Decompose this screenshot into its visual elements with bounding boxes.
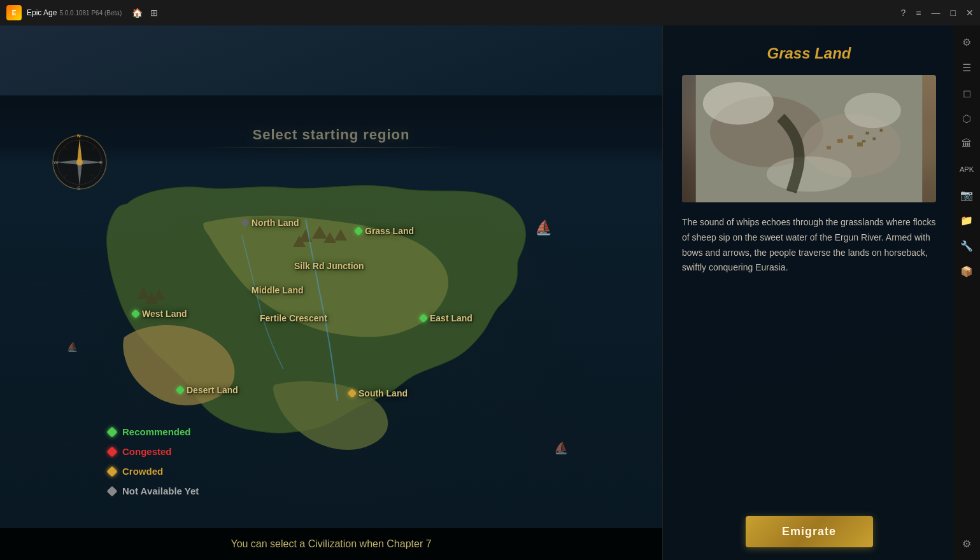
svg-rect-38: [848, 135, 853, 139]
legend-crowded-dot: [107, 466, 118, 477]
svg-text:⛵: ⛵: [67, 342, 78, 353]
legend-congested-label: Congested: [122, 446, 172, 457]
svg-point-34: [703, 82, 774, 125]
sidebar-icon-package[interactable]: 📦: [955, 260, 978, 283]
svg-rect-42: [873, 137, 876, 140]
bottom-message: You can select a Civilization when Chapt…: [0, 528, 662, 560]
svg-text:S: S: [77, 185, 80, 191]
region-desert-land[interactable]: Desert Land: [177, 385, 238, 395]
compass: N S E W: [51, 134, 108, 191]
map-legend: Recommended Congested Crowded Not Availa…: [108, 426, 199, 496]
sidebar-icon-menu[interactable]: ☰: [955, 56, 978, 79]
maximize-button[interactable]: □: [951, 8, 956, 18]
svg-rect-41: [865, 132, 869, 134]
south-land-dot: [348, 389, 357, 398]
sidebar-icon-settings[interactable]: ⚙: [955, 532, 978, 555]
menu-icon[interactable]: ≡: [916, 8, 921, 18]
home-icon[interactable]: 🏠: [132, 8, 143, 18]
region-fertile-crescent[interactable]: Fertile Crescent: [260, 313, 327, 323]
svg-rect-39: [857, 143, 863, 147]
legend-recommended: Recommended: [108, 426, 199, 437]
game-area: Select starting region ~ ~ ~ ~ ~ ~ ~ ~ ~…: [0, 25, 953, 560]
legend-na-label: Not Available Yet: [122, 486, 199, 496]
legend-congested-dot: [107, 446, 118, 457]
region-image: [682, 75, 936, 202]
svg-text:~ ~ ~ ~: ~ ~ ~ ~: [32, 282, 48, 288]
legend-crowded: Crowded: [108, 466, 199, 477]
legend-na-dot: [107, 486, 118, 496]
panel-title: Grass Land: [682, 45, 936, 62]
close-button[interactable]: ✕: [966, 8, 974, 18]
app-logo: E: [6, 5, 22, 20]
right-sidebar: ⚙ ☰ ◻ ⬡ 🏛 APK 📷 📁 🔧 📦 ⚙: [953, 25, 980, 560]
app-version: 5.0.0.1081 P64 (Beta): [59, 10, 122, 17]
legend-not-available: Not Available Yet: [108, 486, 199, 496]
bottom-message-text: You can select a Civilization when Chapt…: [231, 538, 431, 550]
svg-point-35: [844, 93, 901, 129]
region-image-detail: [682, 75, 936, 202]
svg-text:W: W: [53, 160, 59, 165]
legend-congested: Congested: [108, 446, 199, 457]
window-icon[interactable]: ⊞: [150, 8, 158, 18]
sidebar-icon-folder[interactable]: 📁: [955, 209, 978, 232]
svg-text:⛵: ⛵: [535, 219, 553, 236]
svg-text:⛵: ⛵: [554, 441, 569, 455]
region-silk-rd[interactable]: Silk Rd Junction: [294, 261, 364, 271]
window-controls: ? ≡ — □ ✕: [901, 8, 974, 18]
region-grass-land[interactable]: Grass Land: [355, 226, 414, 236]
help-icon[interactable]: ?: [901, 8, 906, 18]
sidebar-icon-gear[interactable]: ⚙: [955, 31, 978, 53]
svg-text:N: N: [77, 134, 81, 139]
svg-text:~ ~ ~ ~: ~ ~ ~ ~: [478, 409, 494, 415]
region-south-land[interactable]: South Land: [349, 388, 408, 398]
desert-land-dot: [176, 386, 185, 395]
north-land-dot: [241, 218, 250, 227]
svg-rect-40: [827, 146, 831, 150]
region-middle-land[interactable]: Middle Land: [252, 285, 304, 295]
minimize-button[interactable]: —: [932, 8, 941, 18]
legend-recommended-dot: [107, 426, 118, 437]
app-name: Epic Age: [27, 8, 57, 17]
sidebar-icon-hex[interactable]: ⬡: [955, 107, 978, 130]
region-north-land[interactable]: North Land: [242, 218, 299, 228]
region-east-land[interactable]: East Land: [420, 313, 472, 323]
sidebar-icon-window[interactable]: ◻: [955, 81, 978, 104]
emigrate-button[interactable]: Emigrate: [746, 516, 873, 547]
sidebar-icon-building[interactable]: 🏛: [955, 132, 978, 155]
west-land-dot: [131, 309, 140, 318]
right-panel: Grass Land: [662, 25, 953, 560]
title-bar: E Epic Age 5.0.0.1081 P64 (Beta) 🏠 ⊞ ? ≡…: [0, 0, 980, 25]
svg-rect-37: [837, 139, 843, 143]
sidebar-icon-tool[interactable]: 🔧: [955, 234, 978, 257]
svg-rect-44: [880, 129, 883, 131]
svg-rect-43: [862, 140, 866, 142]
sidebar-icon-apk[interactable]: APK: [955, 158, 978, 181]
svg-text:~ ~ ~: ~ ~ ~: [64, 441, 76, 447]
grass-land-dot: [354, 227, 363, 235]
region-description: The sound of whips echoes through the gr…: [682, 215, 936, 497]
svg-point-21: [76, 159, 83, 165]
map-container: Select starting region ~ ~ ~ ~ ~ ~ ~ ~ ~…: [0, 95, 662, 560]
legend-crowded-label: Crowded: [122, 466, 163, 477]
sidebar-icon-screenshot[interactable]: 📷: [955, 183, 978, 206]
legend-recommended-label: Recommended: [122, 426, 191, 437]
east-land-dot: [419, 314, 428, 323]
svg-point-36: [767, 157, 851, 192]
svg-text:E: E: [99, 160, 103, 165]
title-bar-nav: 🏠 ⊞: [132, 8, 158, 18]
region-west-land[interactable]: West Land: [132, 309, 187, 319]
